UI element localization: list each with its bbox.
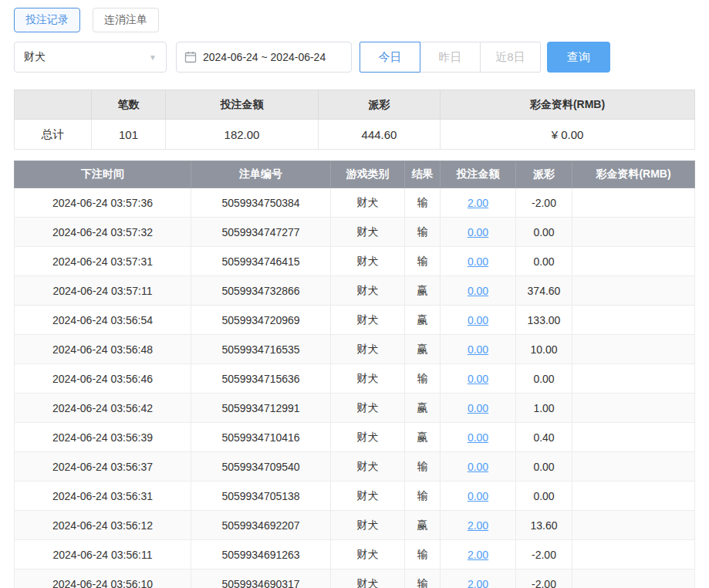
- bet-amount-link[interactable]: 0.00: [468, 343, 488, 356]
- table-row: 2024-06-24 03:57:365059934750384财犬输2.00-…: [15, 188, 695, 218]
- bet-amount-cell: 2.00: [441, 188, 516, 218]
- table-row: 2024-06-24 03:57:325059934747277财犬输0.000…: [15, 218, 695, 247]
- header-bet-time: 下注时间: [15, 161, 191, 188]
- bet-amount-cell: 2.00: [441, 569, 516, 588]
- order-id-cell: 5059934710416: [191, 423, 331, 452]
- game-type-cell: 财犬: [331, 247, 405, 276]
- bet-amount-link[interactable]: 0.00: [468, 490, 488, 502]
- table-row: 2024-06-24 03:57:115059934732866财犬赢0.003…: [15, 276, 695, 306]
- bet-time-cell: 2024-06-24 03:57:36: [15, 188, 191, 218]
- order-id-cell: 5059934690317: [191, 569, 331, 588]
- summary-header-bonus: 彩金资料(RMB): [441, 90, 695, 120]
- quick-date-group: 今日 昨日 近8日: [360, 42, 541, 73]
- game-type-cell: 财犬: [331, 218, 405, 247]
- bet-amount-link[interactable]: 0.00: [468, 461, 488, 473]
- quick-button-last8days[interactable]: 近8日: [480, 42, 541, 73]
- bet-time-cell: 2024-06-24 03:57:32: [15, 218, 191, 247]
- payout-cell: 13.60: [516, 511, 572, 540]
- bet-amount-link[interactable]: 0.00: [468, 373, 488, 385]
- table-row: 2024-06-24 03:56:125059934692207财犬赢2.001…: [15, 511, 695, 540]
- order-id-cell: 5059934732866: [191, 276, 331, 306]
- bet-time-cell: 2024-06-24 03:56:11: [15, 540, 191, 569]
- bonus-cell: [572, 335, 695, 364]
- bonus-cell: [572, 247, 695, 276]
- bet-time-cell: 2024-06-24 03:56:37: [15, 452, 191, 482]
- calendar-icon: [184, 51, 197, 63]
- bet-amount-link[interactable]: 0.00: [468, 226, 488, 238]
- tab-bet-records[interactable]: 投注记录: [14, 8, 80, 32]
- bonus-cell: [572, 540, 695, 569]
- order-id-cell: 5059934716535: [191, 335, 331, 364]
- header-game-type: 游戏类别: [331, 161, 405, 188]
- table-row: 2024-06-24 03:57:315059934746415财犬输0.000…: [15, 247, 695, 276]
- summary-total-payout: 444.60: [319, 120, 441, 150]
- summary-total-label: 总计: [15, 120, 92, 150]
- table-row: 2024-06-24 03:56:465059934715636财犬输0.000…: [15, 364, 695, 394]
- table-row: 2024-06-24 03:56:115059934691263财犬输2.00-…: [15, 540, 695, 569]
- bet-amount-link[interactable]: 0.00: [468, 402, 488, 414]
- payout-cell: 0.00: [516, 364, 572, 394]
- search-button[interactable]: 查询: [547, 42, 610, 73]
- result-cell: 赢: [405, 511, 441, 540]
- bet-amount-link[interactable]: 2.00: [468, 549, 488, 561]
- result-cell: 输: [405, 218, 441, 247]
- bet-amount-link[interactable]: 0.00: [468, 431, 488, 444]
- bet-amount-link[interactable]: 2.00: [468, 519, 488, 532]
- payout-cell: 0.40: [516, 423, 572, 452]
- bonus-cell: [572, 306, 695, 335]
- bonus-cell: [572, 276, 695, 306]
- bonus-cell: [572, 511, 695, 540]
- game-select[interactable]: 财犬 ▼: [14, 42, 167, 73]
- quick-button-yesterday[interactable]: 昨日: [420, 42, 481, 73]
- bet-amount-link[interactable]: 0.00: [468, 285, 488, 297]
- order-id-cell: 5059934746415: [191, 247, 331, 276]
- payout-cell: 10.00: [516, 335, 572, 364]
- result-cell: 输: [405, 569, 441, 588]
- bet-amount-link[interactable]: 0.00: [468, 255, 488, 268]
- bet-time-cell: 2024-06-24 03:56:10: [15, 569, 191, 588]
- payout-cell: 0.00: [516, 218, 572, 247]
- bonus-cell: [572, 482, 695, 511]
- summary-header-empty: [15, 90, 92, 120]
- result-cell: 输: [405, 247, 441, 276]
- table-row: 2024-06-24 03:56:375059934709540财犬输0.000…: [15, 452, 695, 482]
- table-row: 2024-06-24 03:56:485059934716535财犬赢0.001…: [15, 335, 695, 364]
- payout-cell: -2.00: [516, 569, 572, 588]
- bet-table-body: 2024-06-24 03:57:365059934750384财犬输2.00-…: [15, 188, 695, 588]
- payout-cell: 0.00: [516, 482, 572, 511]
- payout-cell: 0.00: [516, 247, 572, 276]
- order-id-cell: 5059934750384: [191, 188, 331, 218]
- bet-amount-link[interactable]: 0.00: [468, 314, 488, 326]
- date-range-value: 2024-06-24 ~ 2024-06-24: [203, 51, 326, 63]
- date-range-input[interactable]: 2024-06-24 ~ 2024-06-24: [176, 42, 352, 73]
- payout-cell: 0.00: [516, 452, 572, 482]
- game-type-cell: 财犬: [331, 511, 405, 540]
- result-cell: 输: [405, 188, 441, 218]
- game-select-value: 财犬: [24, 50, 46, 64]
- bet-time-cell: 2024-06-24 03:56:48: [15, 335, 191, 364]
- table-row: 2024-06-24 03:56:105059934690317财犬输2.00-…: [15, 569, 695, 588]
- bet-time-cell: 2024-06-24 03:57:11: [15, 276, 191, 306]
- game-type-cell: 财犬: [331, 306, 405, 335]
- payout-cell: 374.60: [516, 276, 572, 306]
- game-type-cell: 财犬: [331, 276, 405, 306]
- payout-cell: 133.00: [516, 306, 572, 335]
- quick-button-today[interactable]: 今日: [360, 42, 420, 73]
- summary-total-amount: 182.00: [166, 120, 319, 150]
- summary-total-row: 总计 101 182.00 444.60 ¥ 0.00: [15, 120, 695, 150]
- bet-amount-cell: 0.00: [441, 482, 516, 511]
- game-type-cell: 财犬: [331, 540, 405, 569]
- summary-table: 笔数 投注金额 派彩 彩金资料(RMB) 总计 101 182.00 444.6…: [14, 90, 695, 150]
- bet-amount-link[interactable]: 2.00: [468, 578, 488, 588]
- tab-chain-cancel-orders[interactable]: 连消注单: [93, 8, 159, 32]
- table-row: 2024-06-24 03:56:425059934712991财犬赢0.001…: [15, 394, 695, 423]
- payout-cell: -2.00: [516, 540, 572, 569]
- bet-amount-link[interactable]: 2.00: [468, 197, 488, 209]
- table-row: 2024-06-24 03:56:545059934720969财犬赢0.001…: [15, 306, 695, 335]
- bet-amount-cell: 0.00: [441, 452, 516, 482]
- bet-amount-cell: 0.00: [441, 364, 516, 394]
- bet-time-cell: 2024-06-24 03:56:39: [15, 423, 191, 452]
- table-row: 2024-06-24 03:56:395059934710416财犬赢0.000…: [15, 423, 695, 452]
- result-cell: 赢: [405, 423, 441, 452]
- result-cell: 赢: [405, 394, 441, 423]
